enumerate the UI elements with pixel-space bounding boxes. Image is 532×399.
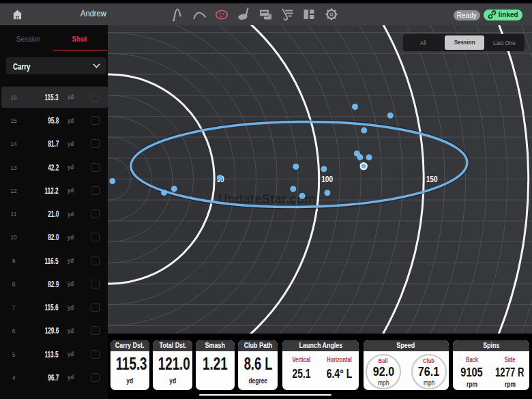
svg-text:150: 150 [426,175,438,184]
svg-text:100: 100 [321,175,333,184]
